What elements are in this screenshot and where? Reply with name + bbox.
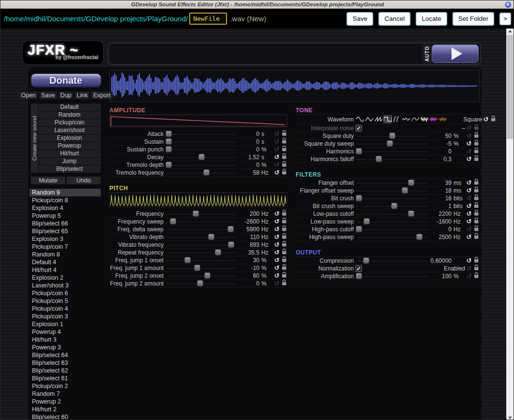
pinknoise-waveform-icon[interactable] [429, 115, 438, 123]
reset-icon[interactable]: ↺ [465, 265, 473, 272]
reset-icon[interactable]: ↺ [273, 153, 281, 161]
reset-icon[interactable]: ↺ [465, 272, 473, 280]
slider-handle[interactable] [166, 138, 172, 145]
reset-icon[interactable]: ↺ [273, 280, 281, 287]
frequency-slider[interactable] [166, 210, 236, 218]
reset-icon[interactable]: ↺ [273, 233, 281, 240]
reset-icon[interactable]: ↺ [273, 272, 281, 279]
square-duty-sweep-slider[interactable] [356, 140, 428, 148]
sound-list-item[interactable]: Hit/hurt 3 [30, 336, 101, 344]
scroll-up-icon[interactable] [506, 29, 514, 34]
sustain-slider[interactable] [166, 138, 236, 146]
reset-icon[interactable]: ↺ [273, 146, 281, 153]
preset-button-pickup-coin[interactable]: Pickup/coin [38, 119, 101, 126]
sound-list-item[interactable]: Pickup/coin 6 [30, 289, 101, 297]
decay-slider[interactable] [166, 153, 236, 161]
preset-button-default[interactable]: Default [38, 104, 101, 111]
sound-list-item[interactable]: Powerup 3 [30, 344, 101, 351]
flanger-offset-sweep-slider[interactable] [356, 187, 428, 195]
close-icon[interactable]: ✕ [505, 1, 511, 8]
bit-crush-sweep-slider[interactable] [356, 202, 428, 210]
slider-handle[interactable] [408, 210, 414, 217]
reset-icon[interactable]: ↺ [273, 256, 281, 264]
overflow-button[interactable]: > [499, 13, 511, 25]
sound-list-item[interactable]: Explosion 2 [30, 274, 101, 282]
sound-list-item[interactable]: Powerup 4 [30, 328, 101, 336]
menu-dup[interactable]: Dup [59, 91, 74, 99]
freq-jump-1-amount-slider[interactable] [166, 264, 236, 272]
set-folder-button[interactable]: Set Folder [453, 12, 494, 26]
slider-handle[interactable] [228, 241, 234, 248]
freq-jump-1-onset-slider[interactable] [166, 256, 236, 264]
menu-link[interactable]: Link [75, 91, 90, 99]
harmonics-falloff-slider[interactable] [356, 155, 428, 163]
tremolo-depth-slider[interactable] [166, 161, 236, 169]
sine-waveform-icon[interactable] [356, 115, 364, 123]
high-pass-sweep-slider[interactable] [356, 233, 428, 241]
repeat-frequency-slider[interactable] [166, 249, 236, 256]
low-pass-cutoff-slider[interactable] [356, 210, 428, 218]
slider-handle[interactable] [356, 273, 362, 279]
whistle-waveform-icon[interactable] [402, 115, 410, 123]
sound-list-item[interactable]: Explosion 1 [30, 320, 101, 328]
sound-list-item[interactable]: Explosion 3 [30, 235, 101, 243]
preset-button-hit-hurt[interactable]: Hit/hurt [38, 150, 101, 157]
sound-list-item[interactable]: Blip/select 63 [30, 359, 101, 367]
brownnoise-waveform-icon[interactable] [438, 115, 447, 123]
preset-button-blip-select[interactable]: Blip/select [38, 165, 101, 173]
reset-icon[interactable]: ↺ [465, 148, 473, 155]
sound-list-item[interactable]: Blip/select 61 [30, 375, 101, 382]
sound-list-item[interactable]: Explosion 4 [30, 204, 101, 212]
reset-icon[interactable]: ↺ [465, 225, 473, 233]
preset-button-explosion[interactable]: Explosion [38, 135, 101, 142]
slider-handle[interactable] [194, 265, 200, 271]
reset-icon[interactable]: ↺ [465, 187, 473, 194]
normalization-checkbox[interactable]: ✓ [355, 265, 362, 272]
slider-handle[interactable] [356, 226, 362, 232]
slider-handle[interactable] [387, 140, 393, 147]
sound-list-item[interactable]: Default 4 [30, 258, 101, 266]
sound-list-item[interactable]: Blip/select 60 [30, 413, 101, 420]
amplification-slider[interactable] [356, 272, 428, 280]
sound-list-item[interactable]: Hit/hurt 2 [30, 405, 101, 413]
reset-icon[interactable]: ↺ [273, 218, 281, 225]
reset-icon[interactable]: ↺ [273, 225, 281, 233]
sound-list-item[interactable]: Random 9 [30, 189, 101, 196]
sound-list-item[interactable]: Laser/shoot 3 [30, 282, 101, 289]
reset-icon[interactable]: ↺ [273, 210, 281, 217]
square-waveform-icon[interactable] [383, 115, 392, 123]
slider-handle[interactable] [184, 257, 191, 263]
cancel-button[interactable]: Cancel [378, 12, 410, 26]
preset-button-powerup[interactable]: Powerup [38, 142, 101, 150]
compression-slider[interactable] [356, 257, 428, 265]
square-duty-slider[interactable] [356, 132, 428, 140]
sound-list-item[interactable]: Pickup/coin 7 [30, 243, 101, 251]
slider-handle[interactable] [356, 195, 362, 201]
frequency-sweep-slider[interactable] [166, 218, 236, 225]
high-pass-cutoff-slider[interactable] [356, 225, 428, 233]
lock-icon[interactable] [473, 233, 480, 241]
sound-list-item[interactable]: Blip/select 64 [30, 351, 101, 359]
preset-button-laser-shoot[interactable]: Laser/shoot [38, 127, 101, 134]
slider-handle[interactable] [166, 146, 172, 152]
locate-button[interactable]: Locate [416, 12, 447, 26]
freq-jump-2-amount-slider[interactable] [166, 280, 236, 287]
vibrato-frequency-slider[interactable] [166, 241, 236, 249]
sustain-punch-slider[interactable] [166, 146, 236, 153]
interpolate-noise-checkbox[interactable]: ✓ [355, 125, 362, 132]
slider-handle[interactable] [363, 218, 370, 225]
bit-crush-slider[interactable] [356, 195, 428, 202]
harmonics-slider[interactable] [356, 148, 428, 155]
slider-handle[interactable] [215, 249, 221, 255]
slider-handle[interactable] [166, 162, 172, 168]
sound-list-item[interactable]: Blip/select 65 [30, 227, 101, 235]
reset-icon[interactable]: ↺ [465, 155, 473, 163]
sound-list-item[interactable]: Pickup/coin 3 [30, 313, 101, 320]
reset-icon[interactable]: ↺ [273, 138, 281, 145]
reset-icon[interactable]: ↺ [465, 210, 473, 217]
tangent-waveform-icon[interactable] [393, 115, 401, 123]
slider-handle[interactable] [198, 154, 205, 160]
donate-button[interactable]: Donate [30, 73, 102, 88]
slider-handle[interactable] [408, 180, 414, 186]
sound-list-item[interactable]: Powerup 5 [30, 212, 101, 220]
